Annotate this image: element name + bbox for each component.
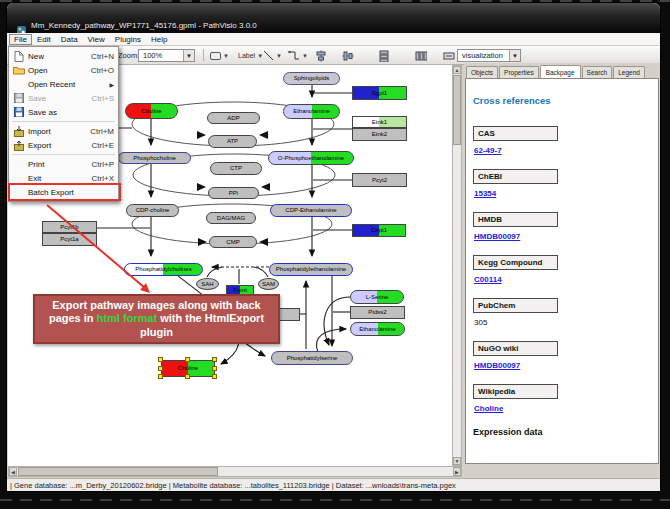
connector-tool-button[interactable]: ▼ xyxy=(288,49,308,62)
xref-link[interactable]: 15354 xyxy=(474,189,496,198)
scroll-up-icon[interactable]: ▲ xyxy=(453,66,461,74)
chevron-down-icon[interactable]: ▼ xyxy=(183,50,194,61)
menu-edit[interactable]: Edit xyxy=(32,34,56,45)
node-etnk2[interactable]: Etnk2 xyxy=(352,128,407,141)
stack-horizontal-icon xyxy=(415,50,427,62)
file-menu-item-open-recent[interactable]: Open Recent▶ xyxy=(9,77,118,91)
selection-handle[interactable] xyxy=(158,366,163,371)
menu-item-shortcut: Ctrl+M xyxy=(90,127,114,136)
node-adp[interactable]: ADP xyxy=(207,112,260,124)
pathvisio-window: Mm_Kennedy_pathway_WP1771_45176.gpml - P… xyxy=(7,3,660,491)
tab-properties[interactable]: Properties xyxy=(499,66,539,78)
chevron-down-icon[interactable]: ▼ xyxy=(276,53,282,59)
file-menu-item-new[interactable]: NewCtrl+N xyxy=(9,49,118,63)
selection-handle[interactable] xyxy=(212,374,217,379)
file-menu-item-export[interactable]: ExportCtrl+E xyxy=(9,138,118,152)
align-horizontal-center-button[interactable] xyxy=(315,49,327,62)
node-cdp-ethanolamine[interactable]: CDP-Ethanolamine xyxy=(270,204,352,217)
scroll-left-icon[interactable]: ◀ xyxy=(9,467,17,476)
scroll-down-icon[interactable]: ▼ xyxy=(453,457,461,465)
node-cdp-choline[interactable]: CDP-choline xyxy=(126,204,179,217)
node-dag-mag[interactable]: DAG/MAG xyxy=(206,212,256,224)
selection-handle[interactable] xyxy=(185,357,190,362)
vertical-scroll-thumb[interactable] xyxy=(453,75,461,145)
node-sam[interactable]: SAM xyxy=(258,278,279,290)
title-bar[interactable]: Mm_Kennedy_pathway_WP1771_45176.gpml - P… xyxy=(7,3,660,33)
line-tool-button[interactable]: ▼ xyxy=(263,49,282,62)
menu-item-label: Batch Export xyxy=(28,188,74,197)
selection-handle[interactable] xyxy=(212,366,217,371)
node-phosphatidylserine[interactable]: Phosphatidylserine xyxy=(271,351,353,365)
menu-help[interactable]: Help xyxy=(146,34,172,45)
node-ctp[interactable]: CTP xyxy=(210,162,262,175)
file-menu-item-save-as[interactable]: Save as xyxy=(9,105,118,119)
node-ethanolamine-top[interactable]: Ethanolamine xyxy=(283,104,340,119)
node-phosphatidylethanolamine[interactable]: Phosphatidylethanolamine xyxy=(269,263,353,276)
node-pcyt2[interactable]: Pcyt2 xyxy=(352,173,407,187)
common-size-button[interactable] xyxy=(443,49,455,62)
node-sah[interactable]: SAH xyxy=(196,278,219,290)
tab-search[interactable]: Search xyxy=(582,66,613,78)
canvas-vertical-scrollbar[interactable]: ▲ ▼ xyxy=(452,65,462,466)
xref-value: 305 xyxy=(474,318,487,327)
selection-handle[interactable] xyxy=(185,374,190,379)
node-choline-top[interactable]: Choline xyxy=(125,103,178,119)
tab-objects[interactable]: Objects xyxy=(466,66,498,78)
file-menu-item-batch-export[interactable]: Batch Export xyxy=(9,185,118,199)
chevron-down-icon[interactable]: ▼ xyxy=(302,53,308,59)
node-etnk1[interactable]: Etnk1 xyxy=(352,116,407,128)
file-menu-item-print[interactable]: PrintCtrl+P xyxy=(9,157,118,171)
align-vertical-center-button[interactable] xyxy=(342,49,354,62)
label-tool-button[interactable]: Label▼ xyxy=(238,49,263,62)
node-o-phosphoethanolamine[interactable]: O-Phosphoethanolamine xyxy=(268,151,354,165)
node-sgpl1[interactable]: Sgpl1 xyxy=(352,86,407,100)
canvas-horizontal-scrollbar[interactable]: ◀ ▶ xyxy=(8,466,462,477)
scroll-right-icon[interactable]: ▶ xyxy=(453,467,461,476)
stack-horizontal-button[interactable] xyxy=(415,49,427,62)
node-cmp[interactable]: CMP xyxy=(209,236,257,248)
datanode-tool-button[interactable]: ▼ xyxy=(210,49,229,62)
node-phosphocholine[interactable]: Phosphocholine xyxy=(118,152,191,164)
backpage-panel: Cross references CAS62-49-7ChEBI15354HMD… xyxy=(465,78,659,464)
node-pcyt1a[interactable]: Pcyt1a xyxy=(42,233,97,246)
node-ppi[interactable]: PPi xyxy=(208,187,259,199)
xref-link[interactable]: HMDB00097 xyxy=(474,361,520,370)
node-pcyt1b[interactable]: Pcyt1b xyxy=(42,221,97,233)
tab-legend[interactable]: Legend xyxy=(613,66,645,78)
visualization-combobox[interactable]: visualization ▼ xyxy=(457,49,521,62)
menu-separator xyxy=(12,121,115,122)
file-menu-item-open[interactable]: OpenCtrl+O xyxy=(9,63,118,77)
xref-link[interactable]: HMDB00097 xyxy=(474,232,520,241)
selection-handle[interactable] xyxy=(158,374,163,379)
expression-data-heading: Expression data xyxy=(473,427,658,437)
zoom-combobox[interactable]: 100% ▼ xyxy=(138,49,195,62)
selection-handle[interactable] xyxy=(212,357,217,362)
node-ptdss1[interactable] xyxy=(278,308,300,321)
node-sphingolipids[interactable]: Sphingolipids xyxy=(283,72,340,85)
menu-data[interactable]: Data xyxy=(56,34,83,45)
node-atp[interactable]: ATP xyxy=(208,135,257,148)
stack-vertical-button[interactable] xyxy=(378,49,390,62)
chevron-down-icon[interactable]: ▼ xyxy=(509,50,520,61)
xref-link[interactable]: Choline xyxy=(474,404,503,413)
selection-handle[interactable] xyxy=(158,357,163,362)
status-text: | Gene database: ...m_Derby_20120602.bri… xyxy=(10,481,456,490)
menu-bar: FileEditDataViewPluginsHelp xyxy=(7,33,660,46)
node-l-serine[interactable]: L-Serine xyxy=(350,290,404,304)
menu-view[interactable]: View xyxy=(83,34,110,45)
tab-backpage[interactable]: Backpage xyxy=(540,65,581,79)
toolbar-separator xyxy=(203,49,204,61)
xref-link[interactable]: 62-49-7 xyxy=(474,146,502,155)
chevron-down-icon[interactable]: ▼ xyxy=(223,53,229,59)
menu-plugins[interactable]: Plugins xyxy=(110,34,146,45)
horizontal-scroll-thumb[interactable] xyxy=(18,467,218,476)
node-phosphatidylcholines[interactable]: Phosphatidylcholines xyxy=(124,263,203,276)
node-ptdss2[interactable]: Ptdss2 xyxy=(350,306,405,319)
xref-link[interactable]: C00114 xyxy=(474,275,502,284)
file-menu-item-import[interactable]: ImportCtrl+M xyxy=(9,124,118,138)
crop-artifact-bottom xyxy=(0,499,670,501)
stack-vertical-icon xyxy=(378,50,390,62)
node-ethanolamine-bottom[interactable]: Ethanolamine xyxy=(350,322,405,336)
node-cept1[interactable]: Cept1 xyxy=(352,224,406,237)
menu-file[interactable]: File xyxy=(9,34,32,45)
